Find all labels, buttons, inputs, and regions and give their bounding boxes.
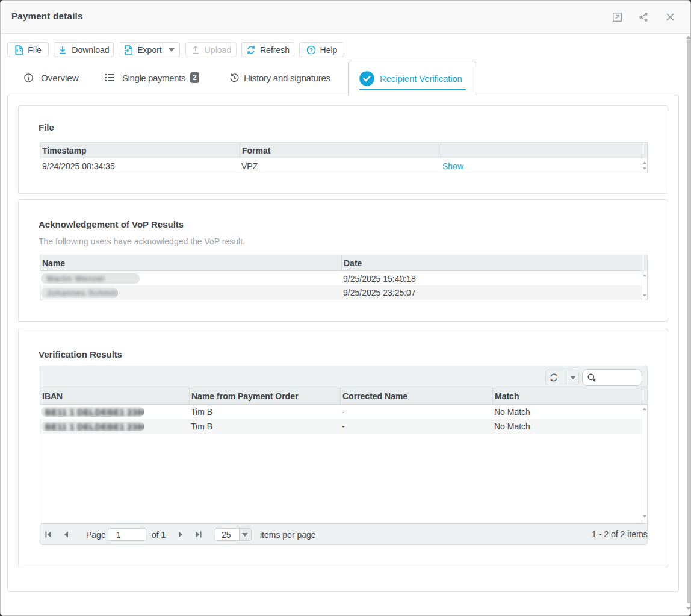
svg-text:?: ?	[309, 46, 313, 53]
